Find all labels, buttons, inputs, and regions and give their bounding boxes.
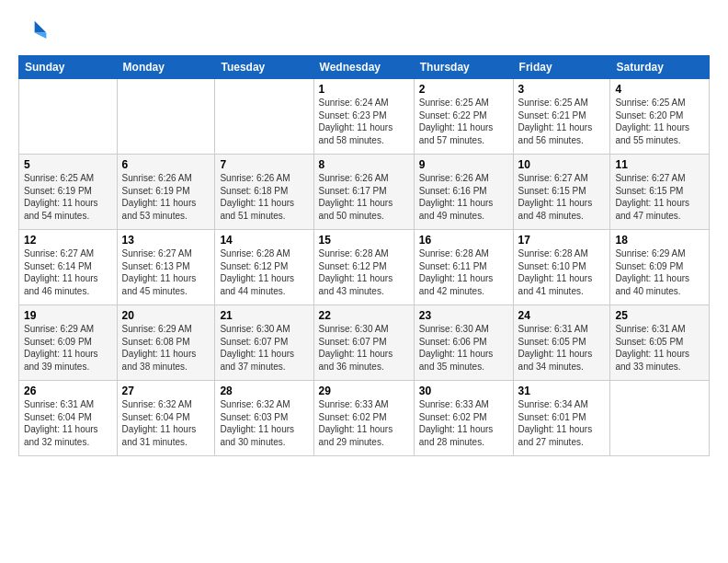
calendar-cell: 8Sunrise: 6:26 AM Sunset: 6:17 PM Daylig… <box>313 155 414 230</box>
calendar-cell: 12Sunrise: 6:27 AM Sunset: 6:14 PM Dayli… <box>19 230 118 305</box>
day-info: Sunrise: 6:28 AM Sunset: 6:12 PM Dayligh… <box>220 247 308 297</box>
calendar-cell: 26Sunrise: 6:31 AM Sunset: 6:04 PM Dayli… <box>19 381 118 456</box>
day-header-thursday: Thursday <box>414 56 513 79</box>
day-info: Sunrise: 6:24 AM Sunset: 6:23 PM Dayligh… <box>319 97 409 146</box>
day-header-friday: Friday <box>513 56 610 79</box>
day-info: Sunrise: 6:28 AM Sunset: 6:11 PM Dayligh… <box>419 247 508 297</box>
calendar-cell: 24Sunrise: 6:31 AM Sunset: 6:05 PM Dayli… <box>513 305 610 381</box>
day-number: 19 <box>24 309 112 322</box>
day-number: 22 <box>319 309 409 322</box>
calendar-cell: 13Sunrise: 6:27 AM Sunset: 6:13 PM Dayli… <box>117 230 215 305</box>
calendar-week-row: 12Sunrise: 6:27 AM Sunset: 6:14 PM Dayli… <box>19 230 710 305</box>
logo-icon <box>18 17 48 46</box>
day-number: 20 <box>122 309 210 322</box>
day-info: Sunrise: 6:28 AM Sunset: 6:10 PM Dayligh… <box>518 247 606 297</box>
calendar-cell: 23Sunrise: 6:30 AM Sunset: 6:06 PM Dayli… <box>414 305 513 381</box>
day-info: Sunrise: 6:26 AM Sunset: 6:16 PM Dayligh… <box>419 172 508 222</box>
day-info: Sunrise: 6:25 AM Sunset: 6:22 PM Dayligh… <box>419 97 508 146</box>
day-info: Sunrise: 6:26 AM Sunset: 6:18 PM Dayligh… <box>220 172 308 222</box>
day-info: Sunrise: 6:27 AM Sunset: 6:14 PM Dayligh… <box>24 247 112 297</box>
calendar-cell: 6Sunrise: 6:26 AM Sunset: 6:19 PM Daylig… <box>117 155 215 230</box>
calendar-cell: 16Sunrise: 6:28 AM Sunset: 6:11 PM Dayli… <box>414 230 513 305</box>
calendar-week-row: 26Sunrise: 6:31 AM Sunset: 6:04 PM Dayli… <box>19 381 710 456</box>
day-number: 4 <box>615 83 704 96</box>
logo <box>18 17 51 46</box>
day-info: Sunrise: 6:27 AM Sunset: 6:15 PM Dayligh… <box>518 172 606 222</box>
day-info: Sunrise: 6:27 AM Sunset: 6:13 PM Dayligh… <box>122 247 210 297</box>
day-number: 17 <box>518 234 606 247</box>
day-number: 26 <box>24 385 112 397</box>
day-info: Sunrise: 6:25 AM Sunset: 6:20 PM Dayligh… <box>615 97 704 146</box>
calendar-table: SundayMondayTuesdayWednesdayThursdayFrid… <box>18 55 710 456</box>
calendar-cell: 14Sunrise: 6:28 AM Sunset: 6:12 PM Dayli… <box>215 230 313 305</box>
day-number: 15 <box>319 234 409 247</box>
day-number: 13 <box>122 234 210 247</box>
calendar-cell: 25Sunrise: 6:31 AM Sunset: 6:05 PM Dayli… <box>610 305 710 381</box>
day-number: 5 <box>24 158 112 171</box>
day-number: 30 <box>419 385 508 397</box>
day-number: 10 <box>518 158 606 171</box>
day-number: 21 <box>220 309 308 322</box>
calendar-cell: 28Sunrise: 6:32 AM Sunset: 6:03 PM Dayli… <box>215 381 313 456</box>
day-number: 12 <box>24 234 112 247</box>
calendar-cell <box>19 79 118 155</box>
day-number: 31 <box>518 385 606 397</box>
day-info: Sunrise: 6:28 AM Sunset: 6:12 PM Dayligh… <box>319 247 409 297</box>
calendar-cell: 11Sunrise: 6:27 AM Sunset: 6:15 PM Dayli… <box>610 155 710 230</box>
calendar-header-row: SundayMondayTuesdayWednesdayThursdayFrid… <box>19 56 710 79</box>
day-info: Sunrise: 6:29 AM Sunset: 6:09 PM Dayligh… <box>615 247 704 297</box>
calendar-cell: 9Sunrise: 6:26 AM Sunset: 6:16 PM Daylig… <box>414 155 513 230</box>
day-number: 2 <box>419 83 508 96</box>
calendar-week-row: 5Sunrise: 6:25 AM Sunset: 6:19 PM Daylig… <box>19 155 710 230</box>
calendar-cell: 2Sunrise: 6:25 AM Sunset: 6:22 PM Daylig… <box>414 79 513 155</box>
calendar-cell: 17Sunrise: 6:28 AM Sunset: 6:10 PM Dayli… <box>513 230 610 305</box>
calendar-cell: 18Sunrise: 6:29 AM Sunset: 6:09 PM Dayli… <box>610 230 710 305</box>
day-header-wednesday: Wednesday <box>313 56 414 79</box>
day-header-monday: Monday <box>117 56 215 79</box>
day-number: 1 <box>319 83 409 96</box>
day-number: 7 <box>220 158 308 171</box>
day-info: Sunrise: 6:30 AM Sunset: 6:06 PM Dayligh… <box>419 323 508 373</box>
day-info: Sunrise: 6:25 AM Sunset: 6:21 PM Dayligh… <box>518 97 606 146</box>
calendar-cell: 5Sunrise: 6:25 AM Sunset: 6:19 PM Daylig… <box>19 155 118 230</box>
day-number: 27 <box>122 385 210 397</box>
calendar-cell <box>117 79 215 155</box>
day-info: Sunrise: 6:27 AM Sunset: 6:15 PM Dayligh… <box>615 172 704 222</box>
calendar-cell: 29Sunrise: 6:33 AM Sunset: 6:02 PM Dayli… <box>313 381 414 456</box>
day-info: Sunrise: 6:34 AM Sunset: 6:01 PM Dayligh… <box>518 398 606 448</box>
day-number: 29 <box>319 385 409 397</box>
day-header-saturday: Saturday <box>610 56 710 79</box>
day-info: Sunrise: 6:31 AM Sunset: 6:05 PM Dayligh… <box>615 323 704 373</box>
calendar-week-row: 19Sunrise: 6:29 AM Sunset: 6:09 PM Dayli… <box>19 305 710 381</box>
day-info: Sunrise: 6:25 AM Sunset: 6:19 PM Dayligh… <box>24 172 112 222</box>
calendar-cell: 19Sunrise: 6:29 AM Sunset: 6:09 PM Dayli… <box>19 305 118 381</box>
day-number: 16 <box>419 234 508 247</box>
day-info: Sunrise: 6:26 AM Sunset: 6:19 PM Dayligh… <box>122 172 210 222</box>
calendar-cell: 30Sunrise: 6:33 AM Sunset: 6:02 PM Dayli… <box>414 381 513 456</box>
calendar-cell: 15Sunrise: 6:28 AM Sunset: 6:12 PM Dayli… <box>313 230 414 305</box>
svg-marker-0 <box>35 21 47 33</box>
day-number: 28 <box>220 385 308 397</box>
day-number: 14 <box>220 234 308 247</box>
day-info: Sunrise: 6:30 AM Sunset: 6:07 PM Dayligh… <box>319 323 409 373</box>
day-info: Sunrise: 6:33 AM Sunset: 6:02 PM Dayligh… <box>319 398 409 448</box>
day-info: Sunrise: 6:31 AM Sunset: 6:05 PM Dayligh… <box>518 323 606 373</box>
calendar-cell: 4Sunrise: 6:25 AM Sunset: 6:20 PM Daylig… <box>610 79 710 155</box>
day-info: Sunrise: 6:32 AM Sunset: 6:03 PM Dayligh… <box>220 398 308 448</box>
day-number: 8 <box>319 158 409 171</box>
day-number: 11 <box>615 158 704 171</box>
calendar-cell: 27Sunrise: 6:32 AM Sunset: 6:04 PM Dayli… <box>117 381 215 456</box>
day-number: 24 <box>518 309 606 322</box>
day-number: 23 <box>419 309 508 322</box>
calendar-cell: 1Sunrise: 6:24 AM Sunset: 6:23 PM Daylig… <box>313 79 414 155</box>
calendar-cell: 22Sunrise: 6:30 AM Sunset: 6:07 PM Dayli… <box>313 305 414 381</box>
day-header-tuesday: Tuesday <box>215 56 313 79</box>
day-number: 18 <box>615 234 704 247</box>
day-info: Sunrise: 6:31 AM Sunset: 6:04 PM Dayligh… <box>24 398 112 448</box>
day-info: Sunrise: 6:26 AM Sunset: 6:17 PM Dayligh… <box>319 172 409 222</box>
calendar-cell: 21Sunrise: 6:30 AM Sunset: 6:07 PM Dayli… <box>215 305 313 381</box>
calendar-week-row: 1Sunrise: 6:24 AM Sunset: 6:23 PM Daylig… <box>19 79 710 155</box>
calendar-cell: 10Sunrise: 6:27 AM Sunset: 6:15 PM Dayli… <box>513 155 610 230</box>
calendar-cell: 3Sunrise: 6:25 AM Sunset: 6:21 PM Daylig… <box>513 79 610 155</box>
day-info: Sunrise: 6:29 AM Sunset: 6:09 PM Dayligh… <box>24 323 112 373</box>
